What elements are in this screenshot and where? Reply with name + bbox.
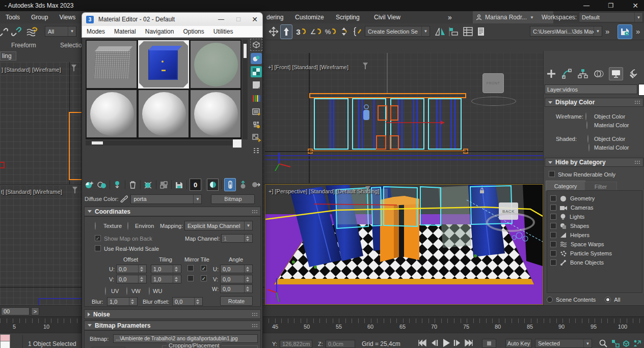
slots-horizontal-scrollbar[interactable] [86,140,242,146]
bitmap-path-field[interactable]: ...\Ambiente de Trabalho\2 ano digital\p… [113,334,258,343]
spinner-icon[interactable] [244,275,250,283]
go-to-start-button[interactable] [418,339,427,346]
category-row-lights[interactable]: Lights [547,212,642,221]
use-real-world-scale-checkbox[interactable] [95,245,101,251]
category-row-cameras[interactable]: Cameras [547,203,642,212]
close-button[interactable]: ✕ [628,2,643,10]
blur-offset-field[interactable]: 0,0 [172,297,203,306]
material-map-navigator-icon[interactable] [251,146,262,157]
sample-slot-5[interactable] [138,90,189,138]
time-step-button[interactable]: > [31,307,39,315]
sample-type-icon[interactable] [250,39,262,51]
viewport-perspective[interactable]: +] [Perspective] [Standard] [Default Sha… [265,184,543,305]
ribbon-tab-freeform[interactable]: Freeform [11,42,36,49]
toolbar-overflow-2[interactable]: » [636,27,640,36]
menu-group[interactable]: Group [25,11,53,23]
category-checkbox[interactable] [550,195,556,201]
u-angle-field[interactable]: 0,0 [220,265,253,273]
go-to-end-button[interactable] [464,339,473,346]
put-to-library-icon[interactable] [174,179,184,190]
align-icon[interactable] [447,25,460,38]
make-preview-icon[interactable] [251,106,262,117]
sample-slot-6[interactable] [190,90,241,138]
scroll-thumb[interactable] [92,141,103,144]
category-checkbox[interactable] [550,205,556,211]
map-channel-field[interactable]: 1 [221,234,253,243]
restore-button[interactable]: ❐ [603,2,619,9]
coordinates-rollout-header[interactable]: Coordinates [84,207,261,216]
spinner-icon[interactable] [173,265,179,273]
y-coordinate-field[interactable]: 126,822cm [280,340,312,348]
show-renderable-only-checkbox[interactable] [549,171,555,177]
viewcube[interactable]: FRONT [482,73,504,93]
spinner-icon[interactable] [138,275,144,283]
v-angle-field[interactable]: 0,0 [220,275,253,283]
maxscript-mini-listener-white[interactable] [0,341,10,348]
make-material-copy-icon[interactable] [143,179,153,190]
viewport-filter-icon[interactable] [365,186,370,197]
unlink-icon[interactable] [0,25,9,38]
spinner-snap-icon[interactable] [338,25,350,38]
category-checkbox[interactable] [550,214,556,220]
display-color-rollout-header[interactable]: Display Color [545,98,643,107]
scene-contents-radio[interactable] [547,297,553,303]
rotate-button[interactable]: Rotate [220,296,253,306]
hide-by-category-rollout-header[interactable]: Hide by Category [545,158,643,167]
z-coordinate-field[interactable]: 0,0cm [326,340,355,348]
wireframe-material-color-radio[interactable] [586,121,587,129]
viewport-label[interactable]: t] [Standard] [Wireframe] [1,189,62,195]
wireframe-object-color-radio[interactable] [585,112,586,121]
category-checkbox[interactable] [550,232,556,238]
menubar-overflow[interactable]: » [442,11,458,23]
category-row-geometry[interactable]: Geometry [547,194,642,203]
sample-slot-4[interactable] [86,90,137,138]
spinner-icon[interactable] [244,285,250,293]
viewport-filter-icon[interactable] [363,63,368,73]
percent-snap-icon[interactable]: % [324,25,337,38]
time-slider-frame-field[interactable]: 00 [1,307,30,315]
background-icon[interactable] [251,66,262,77]
select-object-button[interactable] [280,24,292,39]
ribbon-tab-modeling-clipped[interactable]: ling [0,51,16,61]
me-menu-material[interactable]: Material [110,26,141,37]
save-file-button[interactable] [618,24,632,39]
auto-key-button[interactable]: Auto Key [505,339,532,348]
category-checkbox[interactable] [550,259,556,266]
material-id-channel-icon[interactable]: 0 [190,179,201,191]
select-by-material-icon[interactable] [251,132,262,143]
viewcube-ring[interactable] [471,97,516,106]
link-icon[interactable] [10,25,22,38]
category-row-space-warps[interactable]: Space Warps [547,240,642,249]
display-tab-icon[interactable] [609,67,623,80]
workspace-dropdown[interactable]: Default▼ [579,12,643,22]
viewcube-ring[interactable] [486,213,535,232]
menu-civil-view[interactable]: Civil View [368,11,406,23]
slots-vertical-scrollbar[interactable] [243,40,248,139]
spinner-icon[interactable] [129,298,135,305]
snaps-toggle-icon[interactable]: 3 [294,25,308,38]
w-angle-field[interactable]: 0,0 [220,284,253,293]
go-forward-to-sibling-icon[interactable] [251,179,261,190]
sample-slot-green-sphere[interactable] [190,40,241,89]
assign-material-to-selection-icon[interactable] [113,179,122,190]
angle-snap-icon[interactable]: ∠ [309,25,323,38]
shaded-object-color-radio[interactable] [587,135,588,143]
selection-filter-dropdown[interactable]: All▼ [45,26,76,37]
u-offset-field[interactable]: 0,0 [116,265,147,273]
environ-radio[interactable] [127,222,128,230]
sample-slot-wireframe-cube[interactable] [86,40,137,89]
zoom-region-icon[interactable] [599,339,607,347]
menu-rendering-clipped[interactable]: dering [261,11,289,23]
mirror-icon[interactable] [434,25,446,38]
orbit-icon[interactable] [622,339,630,347]
texture-radio[interactable] [95,222,96,230]
put-material-to-scene-icon[interactable] [97,179,106,190]
set-key-button[interactable] [482,339,496,348]
bitmap-parameters-rollout-header[interactable]: Bitmap Parameters [84,321,261,330]
spinner-icon[interactable] [138,265,144,273]
layer-color-swatch[interactable] [638,84,644,96]
u-tile-checkbox[interactable] [201,265,207,271]
previous-frame-button[interactable] [431,339,439,346]
v-offset-field[interactable]: 0,0 [116,275,147,283]
category-checkbox[interactable] [550,241,556,247]
